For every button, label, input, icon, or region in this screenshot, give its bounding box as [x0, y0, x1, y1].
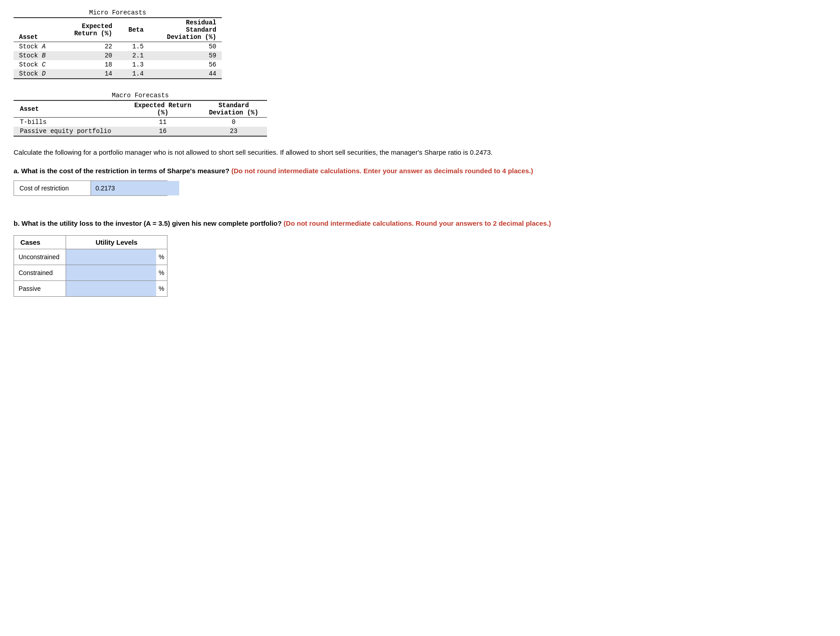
- macro-col-asset: Asset: [14, 100, 125, 118]
- micro-row-2: Stock C 18 1.3 56: [14, 60, 222, 69]
- macro-return-1: 16: [125, 127, 200, 136]
- micro-residual-1: 59: [149, 51, 222, 60]
- question-a-label: a. What is the cost of the restriction i…: [14, 166, 826, 176]
- utility-row-unconstrained: Unconstrained %: [14, 249, 167, 265]
- micro-residual-0: 50: [149, 42, 222, 52]
- pct-label-0: %: [156, 252, 167, 262]
- micro-forecasts-caption: Micro Forecasts: [14, 9, 222, 17]
- utility-table-wrapper: Cases Utility Levels Unconstrained % Con…: [14, 235, 826, 297]
- cost-of-restriction-row: Cost of restriction: [14, 180, 167, 196]
- micro-return-2: 18: [59, 60, 118, 69]
- utility-col-utility: Utility Levels: [66, 235, 167, 249]
- micro-return-3: 14: [59, 69, 118, 79]
- question-b-section: b. What is the utility loss to the inves…: [14, 218, 826, 297]
- micro-forecasts-section: Micro Forecasts Asset Expected Return (%…: [14, 9, 826, 79]
- macro-col-return: Expected Return (%): [125, 100, 200, 118]
- macro-forecasts-caption: Macro Forecasts: [14, 92, 267, 100]
- utility-col-cases: Cases: [14, 235, 66, 249]
- utility-input-unconstrained[interactable]: [66, 249, 156, 265]
- macro-std-0: 0: [200, 118, 267, 127]
- utility-case-2: Passive: [14, 280, 66, 296]
- utility-value-cell-2: %: [66, 280, 167, 296]
- question-a-section: a. What is the cost of the restriction i…: [14, 166, 826, 196]
- micro-col-return: Expected Return (%): [59, 18, 118, 42]
- utility-input-wrapper-2: %: [66, 281, 167, 296]
- pct-label-2: %: [156, 283, 167, 294]
- question-b-instruction: (Do not round intermediate calculations.…: [284, 219, 551, 227]
- micro-asset-2: Stock C: [14, 60, 59, 69]
- pct-label-1: %: [156, 267, 167, 278]
- cost-of-restriction-input[interactable]: [91, 181, 179, 195]
- macro-asset-0: T-bills: [14, 118, 125, 127]
- micro-asset-0: Stock A: [14, 42, 59, 52]
- macro-forecasts-section: Macro Forecasts Asset Expected Return (%…: [14, 92, 826, 137]
- macro-row-0: T-bills 11 0: [14, 118, 267, 127]
- micro-beta-0: 1.5: [118, 42, 149, 52]
- micro-beta-2: 1.3: [118, 60, 149, 69]
- utility-table: Cases Utility Levels Unconstrained % Con…: [14, 235, 167, 297]
- micro-return-1: 20: [59, 51, 118, 60]
- micro-asset-1: Stock B: [14, 51, 59, 60]
- utility-value-cell-1: %: [66, 265, 167, 280]
- utility-value-cell-0: %: [66, 249, 167, 265]
- instructions-text: Calculate the following for a portfolio …: [14, 147, 826, 158]
- cost-of-restriction-label: Cost of restriction: [14, 181, 91, 195]
- micro-return-0: 22: [59, 42, 118, 52]
- question-b-label: b. What is the utility loss to the inves…: [14, 218, 826, 229]
- utility-row-passive: Passive %: [14, 280, 167, 296]
- micro-row-0: Stock A 22 1.5 50: [14, 42, 222, 52]
- micro-beta-1: 2.1: [118, 51, 149, 60]
- question-a-prefix: a. What is the cost of the restriction i…: [14, 167, 231, 175]
- micro-row-1: Stock B 20 2.1 59: [14, 51, 222, 60]
- macro-col-std: Standard Deviation (%): [200, 100, 267, 118]
- micro-row-3: Stock D 14 1.4 44: [14, 69, 222, 79]
- utility-row-constrained: Constrained %: [14, 265, 167, 280]
- macro-std-1: 23: [200, 127, 267, 136]
- micro-residual-2: 56: [149, 60, 222, 69]
- macro-asset-1: Passive equity portfolio: [14, 127, 125, 136]
- macro-return-0: 11: [125, 118, 200, 127]
- utility-input-passive[interactable]: [66, 281, 156, 296]
- micro-residual-3: 44: [149, 69, 222, 79]
- macro-forecasts-table: Macro Forecasts Asset Expected Return (%…: [14, 92, 267, 137]
- utility-input-wrapper-0: %: [66, 249, 167, 265]
- utility-input-wrapper-1: %: [66, 265, 167, 280]
- micro-beta-3: 1.4: [118, 69, 149, 79]
- micro-col-asset: Asset: [14, 18, 59, 42]
- micro-forecasts-table: Micro Forecasts Asset Expected Return (%…: [14, 9, 222, 79]
- micro-col-residual: Residual Standard Deviation (%): [149, 18, 222, 42]
- macro-row-1: Passive equity portfolio 16 23: [14, 127, 267, 136]
- micro-asset-3: Stock D: [14, 69, 59, 79]
- question-b-prefix: b. What is the utility loss to the inves…: [14, 219, 284, 227]
- utility-case-0: Unconstrained: [14, 249, 66, 265]
- utility-input-constrained[interactable]: [66, 265, 156, 280]
- question-a-instruction: (Do not round intermediate calculations.…: [231, 167, 533, 175]
- micro-col-beta: Beta: [118, 18, 149, 42]
- utility-case-1: Constrained: [14, 265, 66, 280]
